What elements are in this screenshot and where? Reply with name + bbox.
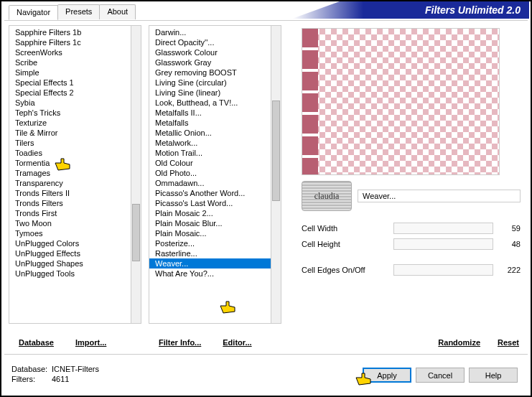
category-list-column: Sapphire Filters 1b Sapphire Filters 1c … <box>4 25 144 352</box>
slider-value: 222 <box>499 266 521 274</box>
list-item[interactable]: Posterize... <box>149 238 281 248</box>
footer-bar: Database:ICNET-Filters Filters:4611 Appl… <box>4 354 528 393</box>
database-link[interactable]: Database <box>19 338 54 347</box>
slider-value: 59 <box>499 224 521 233</box>
list-item[interactable]: Plain Mosaic... <box>149 228 281 238</box>
list-item[interactable]: UnPlugged Colors <box>9 238 141 248</box>
list-item[interactable]: Glasswork Colour <box>149 47 281 57</box>
list-item-selected[interactable]: Weaver... <box>149 258 281 268</box>
list-item[interactable]: What Are You?... <box>149 268 281 279</box>
list-item[interactable]: Picasso's Another Word... <box>149 188 281 198</box>
watermark-badge: claudia <box>302 181 352 211</box>
list-item[interactable]: Look, Butthead, a TV!... <box>149 98 281 108</box>
list-item[interactable]: Simple <box>9 67 141 78</box>
list-item[interactable]: Darwin... <box>149 27 281 37</box>
slider-track[interactable] <box>393 223 493 234</box>
slider-cell-width[interactable]: Cell Width 59 <box>302 223 521 234</box>
list-item[interactable]: UnPlugged Effects <box>9 248 141 258</box>
filter-name-field[interactable]: Weaver... <box>358 190 521 202</box>
list-item[interactable]: Sapphire Filters 1c <box>9 37 141 47</box>
slider-value: 48 <box>499 240 521 248</box>
list-item[interactable]: Rasterline... <box>149 248 281 258</box>
filter-list-column: Darwin... Direct Opacity''... Glasswork … <box>144 25 284 352</box>
list-item[interactable]: Tymoes <box>9 228 141 238</box>
list-item[interactable]: Teph's Tricks <box>9 108 141 118</box>
slider-cell-edges[interactable]: Cell Edges On/Off 222 <box>302 264 521 276</box>
titlebar: Navigator Presets About Filters Unlimite… <box>1 1 531 20</box>
cancel-button[interactable]: Cancel <box>416 368 465 383</box>
randomize-link[interactable]: Randomize <box>438 338 480 347</box>
list-item[interactable]: Sybia <box>9 98 141 108</box>
reset-link[interactable]: Reset <box>498 338 519 347</box>
scrollbar[interactable] <box>131 25 141 324</box>
slider-label: Cell Edges On/Off <box>302 266 388 274</box>
list-item[interactable]: Old Colour <box>149 158 281 168</box>
list-item[interactable]: Tronds Filters II <box>9 188 141 198</box>
category-listbox[interactable]: Sapphire Filters 1b Sapphire Filters 1c … <box>9 25 141 324</box>
list-item[interactable]: UnPlugged Tools <box>9 268 141 279</box>
list-item[interactable]: Plain Mosaic 2... <box>149 208 281 218</box>
import-link[interactable]: Import... <box>75 338 106 347</box>
slider-cell-height[interactable]: Cell Height 48 <box>302 238 521 250</box>
app-title: Filters Unlimited 2.0 <box>292 1 529 19</box>
list-item[interactable]: Metallic Onion... <box>149 128 281 138</box>
tab-about[interactable]: About <box>99 4 136 19</box>
list-item[interactable]: Living Sine (circular) <box>149 78 281 88</box>
list-item[interactable]: Plain Mosaic Blur... <box>149 218 281 228</box>
footer-info: Database:ICNET-Filters Filters:4611 <box>11 364 99 384</box>
list-item[interactable]: Tramages <box>9 168 141 178</box>
scrollbar[interactable] <box>271 25 281 324</box>
list-item[interactable]: ScreenWorks <box>9 47 141 57</box>
list-item[interactable]: Tronds Filters <box>9 198 141 208</box>
apply-button[interactable]: Apply <box>363 368 411 383</box>
list-item[interactable]: Tile & Mirror <box>9 128 141 138</box>
list-item[interactable]: Tormentia <box>9 158 141 168</box>
tab-presets[interactable]: Presets <box>57 4 100 19</box>
list-item[interactable]: Ommadawn... <box>149 178 281 188</box>
slider-track[interactable] <box>393 238 493 250</box>
filter-listbox[interactable]: Darwin... Direct Opacity''... Glasswork … <box>149 25 281 324</box>
list-item[interactable]: Sapphire Filters 1b <box>9 27 141 37</box>
list-item[interactable]: Living Sine (linear) <box>149 88 281 98</box>
slider-label: Cell Height <box>302 240 388 248</box>
preview-panel: claudia Weaver... Cell Width 59 Cell Hei… <box>284 25 528 352</box>
list-item[interactable]: Picasso's Last Word... <box>149 198 281 208</box>
editor-link[interactable]: Editor... <box>223 338 251 347</box>
list-item[interactable]: Old Photo... <box>149 168 281 178</box>
slider-label: Cell Width <box>302 224 388 233</box>
list-item[interactable]: Glasswork Gray <box>149 57 281 67</box>
help-button[interactable]: Help <box>469 368 518 383</box>
list-item[interactable]: Special Effects 2 <box>9 88 141 98</box>
list-item[interactable]: Texturize <box>9 118 141 128</box>
list-item[interactable]: Tronds First <box>9 208 141 218</box>
list-item[interactable]: Metalwork... <box>149 138 281 148</box>
list-item[interactable]: Tilers <box>9 138 141 148</box>
scroll-thumb[interactable] <box>272 101 280 201</box>
list-item[interactable]: Special Effects 1 <box>9 78 141 88</box>
list-item[interactable]: Direct Opacity''... <box>149 37 281 47</box>
list-item[interactable]: Metalfalls <box>149 118 281 128</box>
tab-navigator[interactable]: Navigator <box>9 5 58 20</box>
scroll-thumb[interactable] <box>132 204 140 261</box>
list-item[interactable]: Two Moon <box>9 218 141 228</box>
list-item[interactable]: Motion Trail... <box>149 148 281 158</box>
tab-strip: Navigator Presets About <box>9 4 135 19</box>
slider-track[interactable] <box>393 264 493 276</box>
list-item[interactable]: Toadies <box>9 148 141 158</box>
list-item[interactable]: Grey removing BOOST <box>149 67 281 78</box>
list-item[interactable]: Scribe <box>9 57 141 67</box>
list-item[interactable]: UnPlugged Shapes <box>9 258 141 268</box>
preview-image <box>302 28 500 175</box>
list-item[interactable]: Transparency <box>9 178 141 188</box>
list-item[interactable]: Metalfalls II... <box>149 108 281 118</box>
filter-info-link[interactable]: Filter Info... <box>159 338 201 347</box>
